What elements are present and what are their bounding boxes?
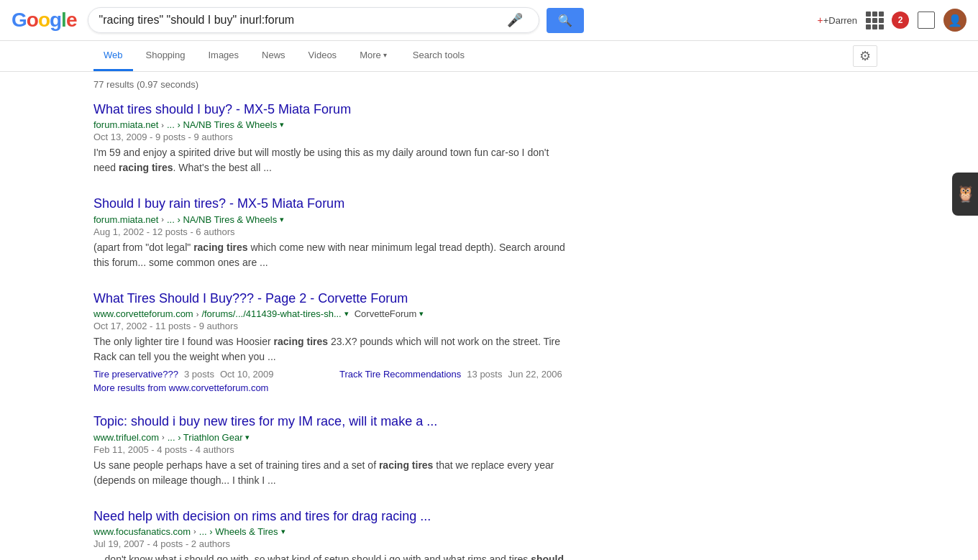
share-icon[interactable] [918,12,935,29]
tab-videos[interactable]: Videos [298,41,347,71]
owl-icon: 🦉 [956,185,975,203]
result-url-line: www.corvetteforum.com › /forums/.../4114… [93,308,568,319]
result-snippet: (apart from "dot legal" racing tires whi… [93,240,568,270]
result-item: Should I buy rain tires? - MX-5 Miata Fo… [93,196,568,270]
tab-more[interactable]: More ▾ [349,41,397,71]
url-arrow-icon: › [196,310,199,318]
result-snippet: ... don't know what i should go with. so… [93,552,568,560]
sub-result-title[interactable]: Tire preservative??? [93,369,178,380]
result-breadcrumb: ... › Triathlon Gear [168,432,243,443]
result-snippet: I'm 59 and enjoy a spirited drive but wi… [93,145,568,175]
url-dropdown-icon[interactable]: ▾ [280,215,284,224]
sub-result-title[interactable]: Track Tire Recommendations [339,369,461,380]
extra-source-dropdown-icon[interactable]: ▾ [419,309,424,318]
extra-source: CorvetteForum [355,308,417,319]
url-arrow-icon: › [161,215,164,224]
result-item: Topic: should i buy new tires for my IM … [93,413,568,487]
result-url-line: forum.miata.net › ... › NA/NB Tires & Wh… [93,214,568,225]
results-area: 77 results (0.97 seconds) What tires sho… [0,72,978,560]
tab-web[interactable]: Web [93,41,133,71]
settings-icon[interactable]: ⚙ [846,42,885,70]
result-breadcrumb: /forums/.../411439-what-tires-sh... [201,308,341,319]
google-logo[interactable]: Google [12,9,76,32]
tab-images[interactable]: Images [198,41,249,71]
navigation-tabs: Web Shopping Images News Videos More ▾ S… [0,41,978,72]
result-title[interactable]: What Tires Should I Buy??? - Page 2 - Co… [93,290,568,307]
sub-result-count: 3 posts [184,369,214,380]
result-url: forum.miata.net [93,214,158,225]
more-results-link[interactable]: More results from www.corvetteforum.com [93,382,568,393]
result-url-line: forum.miata.net › ... › NA/NB Tires & Wh… [93,119,568,130]
result-title[interactable]: Need help with decision on rims and tire… [93,508,568,525]
result-url-line: www.focusfanatics.com › ... › Wheels & T… [93,526,568,537]
result-breadcrumb: ... › NA/NB Tires & Wheels [167,119,277,130]
result-meta: Jul 19, 2007 - 4 posts - 2 authors [93,538,568,549]
result-title[interactable]: Should I buy rain tires? - MX-5 Miata Fo… [93,196,568,212]
result-url: forum.miata.net [93,119,158,130]
url-arrow-icon: › [162,433,165,441]
search-form: 🎤 [88,7,539,33]
tab-news[interactable]: News [252,41,296,71]
url-dropdown-icon[interactable]: ▾ [281,527,285,536]
result-snippet: The only lighter tire I found was Hoosie… [93,334,568,364]
result-url: www.corvetteforum.com [93,308,193,319]
result-meta: Oct 17, 2002 - 11 posts - 9 authors [93,321,568,331]
sub-result-row: Track Tire Recommendations 13 posts Jun … [339,369,568,380]
header: Google 🎤 🔍 ++Darren 2 👤 [0,0,978,41]
result-title[interactable]: What tires should I buy? - MX-5 Miata Fo… [93,101,568,118]
result-meta: Oct 13, 2009 - 9 posts - 9 authors [93,132,568,142]
url-arrow-icon: › [161,121,164,129]
search-input[interactable] [99,14,507,27]
sub-results: Tire preservative??? 3 posts Oct 10, 200… [93,369,568,380]
result-item: What tires should I buy? - MX-5 Miata Fo… [93,101,568,175]
result-url: www.trifuel.com [93,432,159,443]
search-button[interactable]: 🔍 [547,8,584,33]
notification-badge[interactable]: 2 [892,12,909,29]
url-arrow-icon: › [193,527,196,536]
url-dropdown-icon[interactable]: ▾ [280,120,284,129]
chevron-down-icon: ▾ [383,51,387,59]
sub-result-count: 13 posts [467,369,502,380]
result-snippet: Us sane people perhaps have a set of tra… [93,458,568,488]
tab-shopping[interactable]: Shopping [136,41,196,71]
result-meta: Feb 11, 2005 - 4 posts - 4 authors [93,444,568,455]
sub-result-date: Oct 10, 2009 [220,369,273,380]
sub-result-row: Tire preservative??? 3 posts Oct 10, 200… [93,369,322,380]
result-item: Need help with decision on rims and tire… [93,508,568,560]
url-dropdown-icon[interactable]: ▾ [344,309,349,318]
header-right: ++Darren 2 👤 [817,9,966,32]
result-meta: Aug 1, 2002 - 12 posts - 6 authors [93,226,568,237]
search-bar-area: 🎤 🔍 [88,7,584,33]
result-url: www.focusfanatics.com [93,526,191,537]
microphone-icon[interactable]: 🎤 [507,12,523,28]
results-count: 77 results (0.97 seconds) [93,79,885,90]
result-title[interactable]: Topic: should i buy new tires for my IM … [93,413,568,430]
result-breadcrumb: ... › NA/NB Tires & Wheels [167,214,277,225]
result-item: What Tires Should I Buy??? - Page 2 - Co… [93,290,568,393]
url-dropdown-icon[interactable]: ▾ [245,433,250,442]
user-profile-link[interactable]: ++Darren [817,14,857,26]
sub-result-date: Jun 22, 2006 [508,369,562,380]
tab-search-tools[interactable]: Search tools [403,41,475,71]
apps-grid-icon[interactable] [866,12,883,29]
owl-widget[interactable]: 🦉 [952,173,978,216]
gear-icon: ⚙ [853,45,877,67]
avatar[interactable]: 👤 [943,9,966,32]
result-breadcrumb: ... › Wheels & Tires [199,526,278,537]
result-url-line: www.trifuel.com › ... › Triathlon Gear ▾ [93,432,568,443]
